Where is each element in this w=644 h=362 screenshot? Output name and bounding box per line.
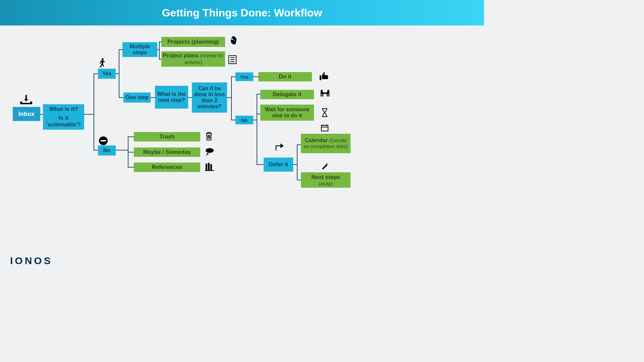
header-banner: Getting Things Done: Workflow <box>0 0 484 25</box>
wait-someone-label: Wait for someone else to do it <box>262 107 313 119</box>
svg-rect-28 <box>208 163 210 170</box>
yes-2min-label: Yes <box>240 74 249 80</box>
node-yes-2min: Yes <box>235 72 253 81</box>
node-one-step: One step <box>123 93 151 103</box>
svg-rect-14 <box>320 75 321 80</box>
svg-rect-30 <box>205 170 214 171</box>
next-steps-main: Next steps <box>311 174 340 181</box>
node-calendar: Calendar (Decide on completion date) <box>301 134 351 153</box>
what-is-it-line1: What is it? <box>49 106 78 113</box>
node-maybe-someday: Maybe / Someday <box>134 147 200 157</box>
thought-cloud-icon <box>205 147 214 157</box>
node-next-step-q: What is the next step? <box>155 86 188 109</box>
what-is-it-line2: Is it 'actionable'? <box>44 115 83 128</box>
node-inbox: Inbox <box>13 107 40 121</box>
node-what-is-it: What is it? Is it 'actionable'? <box>43 104 84 130</box>
project-plans-label: Project plans (review for actions) <box>163 52 224 66</box>
node-delegate-it: Delegate it <box>260 90 314 99</box>
thumbs-up-icon <box>319 72 329 82</box>
svg-point-15 <box>321 90 323 92</box>
two-min-q-label: Can it be done in less than 2 minutes? <box>193 85 226 110</box>
svg-point-8 <box>232 39 233 40</box>
node-yes-actionable: Yes <box>98 69 116 79</box>
node-no-actionable: No <box>98 145 116 156</box>
svg-point-24 <box>206 148 214 153</box>
trash-label: Trash <box>159 133 174 140</box>
calendar-label: Calendar (Decide on completion date) <box>302 137 349 149</box>
svg-point-16 <box>327 90 329 92</box>
svg-point-25 <box>207 153 209 155</box>
node-projects-planning: Projects (planning) <box>161 37 225 47</box>
maybe-someday-label: Maybe / Someday <box>143 149 191 156</box>
node-references: References <box>134 163 200 172</box>
share-arrow-icon <box>274 141 286 153</box>
node-project-plans: Project plans (review for actions) <box>161 51 225 67</box>
meeting-icon <box>319 89 331 99</box>
multiple-steps-label: Multiple steps <box>124 44 156 56</box>
node-trash: Trash <box>134 132 200 141</box>
pencil-icon <box>321 164 328 172</box>
node-no-2min: No <box>235 116 253 124</box>
no-actionable-label: No <box>103 147 110 154</box>
diagram-canvas: Inbox What is it? Is it 'actionable'? Ye… <box>0 25 484 273</box>
walking-person-icon <box>99 58 106 69</box>
svg-point-26 <box>206 155 207 156</box>
page-title: Getting Things Done: Workflow <box>162 7 322 19</box>
svg-rect-20 <box>321 125 328 131</box>
node-wait-someone: Wait for someone else to do it <box>260 105 314 121</box>
node-do-it: Do it <box>258 72 312 81</box>
hourglass-icon <box>321 108 328 119</box>
svg-rect-17 <box>323 93 327 94</box>
books-icon <box>205 162 214 172</box>
trash-icon <box>205 131 213 142</box>
next-steps-sub: (asap) <box>319 181 333 186</box>
head-gears-icon <box>228 36 238 48</box>
calendar-icon <box>321 124 329 133</box>
projects-planning-label: Projects (planning) <box>167 39 219 45</box>
do-it-label: Do it <box>279 73 291 80</box>
inbox-tray-icon <box>19 95 33 108</box>
yes-actionable-label: Yes <box>102 71 112 77</box>
delegate-it-label: Delegate it <box>273 91 302 98</box>
ionos-logo: IONOS <box>10 255 53 266</box>
defer-it-label: Defer it <box>269 161 288 168</box>
node-inbox-label: Inbox <box>18 111 35 118</box>
svg-rect-27 <box>206 164 207 170</box>
references-label: References <box>152 164 182 171</box>
node-multiple-steps: Multiple steps <box>122 42 157 57</box>
svg-rect-29 <box>210 164 212 170</box>
node-two-min-q: Can it be done in less than 2 minutes? <box>192 82 227 113</box>
no-2min-label: No <box>241 117 248 123</box>
svg-point-9 <box>234 40 235 41</box>
next-step-q-label: What is the next step? <box>156 91 187 103</box>
checklist-icon <box>228 55 237 66</box>
node-defer-it: Defer it <box>264 158 293 172</box>
one-step-label: One step <box>125 95 148 101</box>
svg-rect-7 <box>101 140 106 141</box>
node-next-steps: Next steps (asap) <box>301 172 351 188</box>
svg-point-5 <box>102 58 104 60</box>
connector-lines <box>0 25 484 273</box>
